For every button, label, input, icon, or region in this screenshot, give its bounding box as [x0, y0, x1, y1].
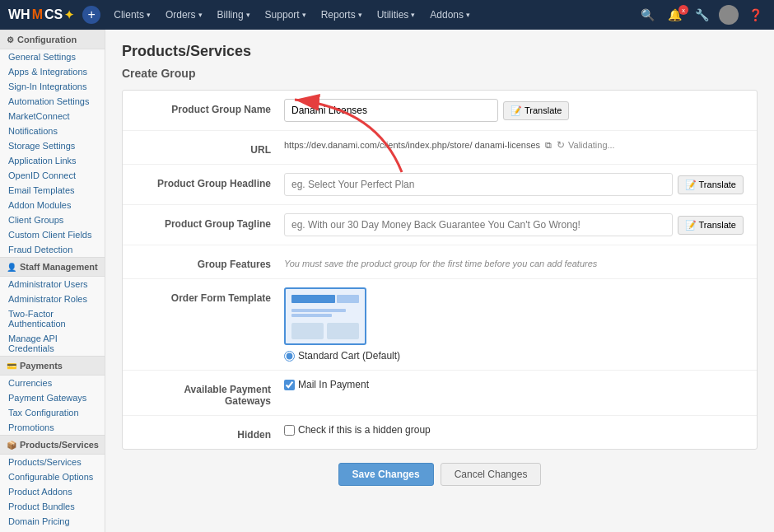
page-title: Products/Services [122, 43, 758, 60]
checkbox-hidden-group[interactable]: Check if this is a hidden group [284, 424, 431, 436]
features-note: You must save the product group for the … [284, 254, 597, 268]
sidebar-item-configurable-options[interactable]: Configurable Options [0, 469, 105, 484]
form-row-tagline: Product Group Tagline 📝 Translate [123, 205, 757, 245]
chevron-down-icon: ▾ [302, 11, 306, 19]
cancel-changes-button[interactable]: Cancel Changes [441, 463, 542, 486]
sidebar-item-sign-in-integrations[interactable]: Sign-In Integrations [0, 79, 105, 94]
form-actions: Save Changes Cancel Changes [122, 463, 758, 486]
chevron-down-icon: ▾ [147, 11, 151, 19]
sidebar-item-storage-settings[interactable]: Storage Settings [0, 138, 105, 153]
translate-tagline-button[interactable]: 📝 Translate [678, 216, 744, 235]
copy-icon[interactable]: ⧉ [545, 140, 552, 151]
sidebar-item-automation-settings[interactable]: Automation Settings [0, 94, 105, 109]
translate-headline-button[interactable]: 📝 Translate [678, 175, 744, 194]
sidebar-item-payment-gateways[interactable]: Payment Gateways [0, 390, 105, 405]
main-layout: ⚙ Configuration General Settings Apps & … [0, 30, 774, 532]
label-headline: Product Group Headline [136, 173, 284, 189]
hidden-control-wrap: Check if this is a hidden group [284, 424, 744, 436]
form-row-url: URL https://dev.danami.com/clients/index… [123, 131, 757, 165]
url-display: https://dev.danami.com/clients/index.php… [284, 139, 615, 151]
save-changes-button[interactable]: Save Changes [338, 463, 434, 486]
name-control-wrap: 📝 Translate [284, 99, 744, 122]
headline-input[interactable] [284, 173, 673, 196]
template-preview-inner [288, 292, 362, 341]
section-title: Create Group [122, 67, 758, 80]
sidebar-section-configuration: ⚙ Configuration [0, 30, 105, 49]
translate-icon: 📝 [685, 220, 697, 231]
sidebar-item-fraud-detection[interactable]: Fraud Detection [0, 242, 105, 257]
checkbox-mail-in-payment-input[interactable] [284, 380, 295, 390]
sidebar-item-api-credentials[interactable]: Manage API Credentials [0, 331, 105, 356]
sidebar-item-product-addons[interactable]: Product Addons [0, 484, 105, 499]
sidebar-item-domain-registrars[interactable]: Domain Registrars [0, 529, 105, 532]
payment-control-wrap: Mail In Payment [284, 379, 744, 390]
nav-clients[interactable]: Clients ▾ [107, 0, 157, 30]
content-wrap: Product Group Name 📝 Translate URL [122, 90, 758, 486]
translate-name-button[interactable]: 📝 Translate [503, 101, 569, 120]
form-row-name: Product Group Name 📝 Translate [123, 91, 757, 131]
product-group-name-input[interactable] [284, 99, 498, 122]
help-icon[interactable]: ❓ [745, 5, 766, 25]
form-row-payment: Available Payment Gateways Mail In Payme… [123, 371, 757, 416]
search-icon[interactable]: 🔍 [637, 5, 658, 25]
checkbox-hidden-input[interactable] [284, 425, 295, 436]
radio-standard-cart-input[interactable] [284, 351, 295, 362]
sidebar-item-client-groups[interactable]: Client Groups [0, 212, 105, 227]
tagline-control-wrap: 📝 Translate [284, 213, 744, 236]
sidebar-item-addon-modules[interactable]: Addon Modules [0, 198, 105, 212]
label-hidden: Hidden [136, 424, 284, 441]
label-features: Group Features [136, 254, 284, 270]
sidebar-item-promotions[interactable]: Promotions [0, 420, 105, 435]
top-navigation: WHMCS ✦ + Clients ▾ Orders ▾ Billing ▾ S… [0, 0, 774, 30]
sidebar-item-currencies[interactable]: Currencies [0, 376, 105, 390]
sidebar-item-admin-roles[interactable]: Administrator Roles [0, 292, 105, 306]
topnav-right: 🔍 🔔 x 🔧 ❓ [637, 5, 766, 25]
checkbox-mail-in-payment[interactable]: Mail In Payment [284, 379, 369, 390]
radio-standard-cart[interactable]: Standard Cart (Default) [284, 350, 400, 362]
sidebar-item-email-templates[interactable]: Email Templates [0, 183, 105, 198]
sidebar-item-product-bundles[interactable]: Product Bundles [0, 499, 105, 514]
add-button[interactable]: + [82, 6, 100, 24]
sidebar-section-staff: 👤 Staff Management [0, 257, 105, 277]
wrench-icon[interactable]: 🔧 [692, 5, 712, 25]
sidebar-item-custom-client-fields[interactable]: Custom Client Fields [0, 227, 105, 242]
notification-count: x [678, 5, 688, 15]
sidebar-item-general-settings[interactable]: General Settings [0, 49, 105, 64]
sidebar-item-domain-pricing[interactable]: Domain Pricing [0, 514, 105, 529]
order-template-wrap: Standard Cart (Default) [284, 287, 744, 362]
logo: WHMCS ✦ [8, 7, 74, 22]
nav-orders[interactable]: Orders ▾ [159, 0, 209, 30]
translate-icon: 📝 [511, 105, 522, 116]
template-preview-standard-cart[interactable] [284, 287, 366, 345]
sidebar-item-products-services[interactable]: Products/Services [0, 455, 105, 469]
sidebar-item-application-links[interactable]: Application Links [0, 153, 105, 168]
nav-addons[interactable]: Addons ▾ [423, 0, 477, 30]
sidebar-item-tax-configuration[interactable]: Tax Configuration [0, 405, 105, 420]
notification-badge[interactable]: 🔔 x [664, 8, 685, 21]
nav-billing[interactable]: Billing ▾ [211, 0, 257, 30]
sidebar-item-openid-connect[interactable]: OpenID Connect [0, 168, 105, 183]
nav-support[interactable]: Support ▾ [259, 0, 313, 30]
nav-utilities[interactable]: Utilities ▾ [371, 0, 422, 30]
sidebar-item-two-factor[interactable]: Two-Factor Authentication [0, 306, 105, 331]
chevron-down-icon: ▾ [246, 11, 250, 19]
nav-reports[interactable]: Reports ▾ [315, 0, 369, 30]
payments-icon: 💳 [7, 362, 16, 371]
chevron-down-icon: ▾ [466, 11, 470, 19]
sidebar-item-notifications[interactable]: Notifications [0, 124, 105, 138]
tagline-input[interactable] [284, 213, 673, 236]
sidebar-item-apps-integrations[interactable]: Apps & Integrations [0, 64, 105, 79]
label-product-group-name: Product Group Name [136, 99, 284, 115]
main-content: Products/Services Create Group Product G… [105, 30, 774, 532]
spinner-icon: ↻ [557, 139, 565, 151]
products-icon: 📦 [7, 441, 16, 450]
sidebar-item-admin-users[interactable]: Administrator Users [0, 277, 105, 292]
validating-status: ↻ Validating... [557, 139, 615, 151]
chevron-down-icon: ▾ [411, 11, 415, 19]
avatar[interactable] [719, 5, 739, 25]
sidebar-item-marketconnect[interactable]: MarketConnect [0, 109, 105, 124]
form-card: Product Group Name 📝 Translate URL [122, 90, 758, 450]
translate-icon: 📝 [685, 180, 697, 190]
form-row-features: Group Features You must save the product… [123, 245, 757, 279]
form-row-headline: Product Group Headline 📝 Translate [123, 165, 757, 205]
